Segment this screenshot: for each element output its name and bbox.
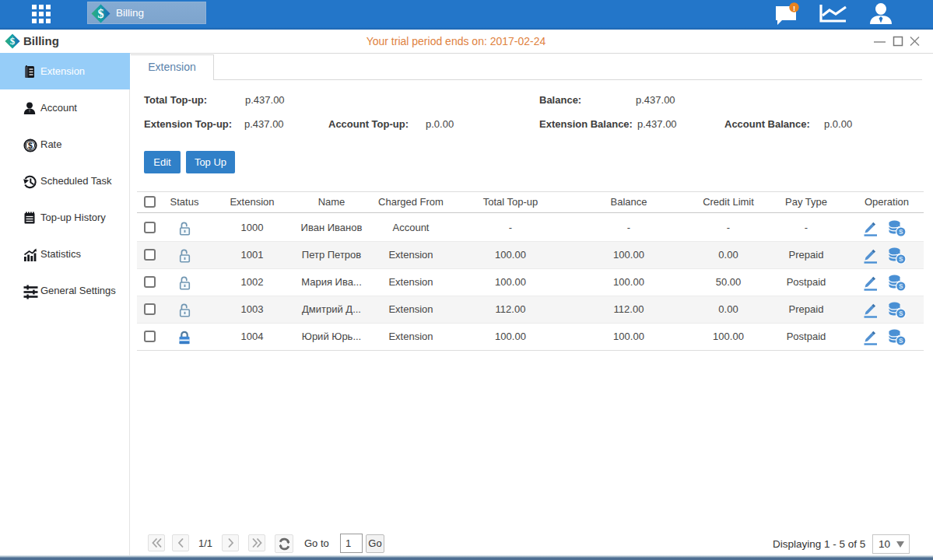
svg-text:s: s (899, 309, 903, 317)
svg-text:s: s (899, 336, 903, 345)
svg-text:s: s (899, 254, 903, 263)
svg-text:$: $ (98, 7, 104, 20)
svg-text:!: ! (793, 4, 795, 12)
svg-text:s: s (899, 227, 903, 236)
svg-text:$: $ (28, 141, 33, 150)
svg-text:s: s (899, 282, 903, 290)
